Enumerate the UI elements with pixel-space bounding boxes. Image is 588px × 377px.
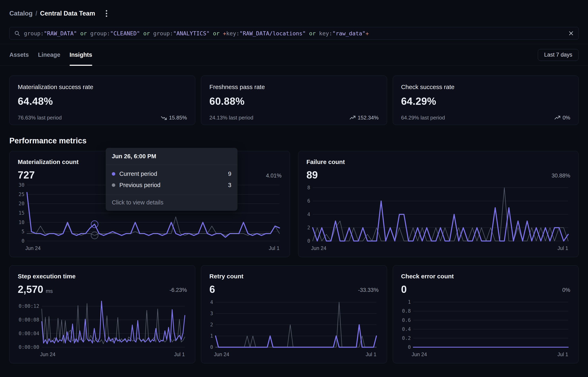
svg-text:25: 25 bbox=[19, 192, 24, 197]
charts-row-1: Materialization count 727 4.01% 05101520… bbox=[9, 151, 579, 257]
svg-text:Jun 24: Jun 24 bbox=[25, 245, 41, 251]
tooltip-series-value: 9 bbox=[228, 171, 231, 177]
kpi-delta-value: 15.85% bbox=[169, 115, 187, 121]
svg-text:0:00:04: 0:00:04 bbox=[19, 331, 39, 336]
tooltip-row-previous-period: Previous period 3 bbox=[112, 179, 231, 191]
kpi-last-period: 24.13% last period bbox=[209, 115, 253, 121]
svg-text:15: 15 bbox=[19, 210, 24, 216]
kpi-delta-value: 152.34% bbox=[358, 115, 379, 121]
previous-period-dot-icon bbox=[112, 183, 115, 187]
svg-text:1: 1 bbox=[408, 299, 411, 305]
svg-text:Jul 1: Jul 1 bbox=[174, 352, 185, 357]
tab-assets[interactable]: Assets bbox=[9, 44, 29, 66]
tooltip-hint: Click to view details bbox=[106, 194, 237, 211]
kpi-card-check-success-rate: Check success rate 64.29% 64.29% last pe… bbox=[393, 76, 579, 125]
svg-text:0: 0 bbox=[408, 344, 411, 350]
svg-text:2: 2 bbox=[210, 322, 213, 328]
breadcrumb-parent-link[interactable]: Catalog bbox=[9, 10, 33, 17]
time-range-button[interactable]: Last 7 days bbox=[538, 49, 579, 61]
search-query-text: group:"RAW_DATA" or group:"CLEANED" or g… bbox=[24, 30, 565, 36]
svg-text:10: 10 bbox=[19, 220, 24, 225]
failure-count-chart[interactable]: 02468Jun 24Jul 1 bbox=[306, 183, 570, 252]
chart-unit: ms bbox=[46, 288, 53, 294]
svg-text:0.6: 0.6 bbox=[402, 317, 411, 323]
current-period-dot-icon bbox=[112, 172, 115, 176]
svg-text:4: 4 bbox=[210, 299, 213, 305]
chart-delta: -33.33% bbox=[358, 287, 379, 295]
chart-big-value: 89 bbox=[306, 169, 318, 181]
chart-title: Failure count bbox=[306, 158, 570, 165]
svg-text:0:00:08: 0:00:08 bbox=[19, 317, 39, 323]
clear-search-icon[interactable] bbox=[568, 30, 574, 36]
chart-delta: 0% bbox=[562, 287, 570, 295]
trend-up-icon bbox=[554, 115, 560, 121]
svg-text:Jun 24: Jun 24 bbox=[411, 352, 427, 357]
svg-text:1: 1 bbox=[210, 333, 213, 339]
kpi-value: 60.88% bbox=[209, 95, 378, 107]
tab-bar: Assets Lineage Insights Last 7 days bbox=[0, 44, 588, 66]
svg-text:0:00:00: 0:00:00 bbox=[19, 344, 39, 350]
kpi-delta-value: 0% bbox=[563, 115, 570, 121]
chart-big-value: 2,570 bbox=[18, 283, 43, 295]
svg-text:Jun 24: Jun 24 bbox=[40, 352, 55, 357]
kpi-last-period: 76.63% last period bbox=[18, 115, 62, 121]
kebab-menu-button[interactable] bbox=[102, 9, 111, 18]
kpi-card-materialization-success-rate: Materialization success rate 64.48% 76.6… bbox=[9, 76, 195, 125]
page-title: Central Data Team bbox=[40, 10, 95, 17]
svg-text:4: 4 bbox=[307, 212, 310, 217]
kpi-title: Freshness pass rate bbox=[209, 83, 378, 91]
svg-text:20: 20 bbox=[19, 201, 24, 206]
svg-text:8: 8 bbox=[307, 185, 310, 190]
svg-text:Jun 24: Jun 24 bbox=[214, 352, 229, 357]
section-title-performance-metrics: Performance metrics bbox=[9, 136, 579, 145]
retry-count-chart[interactable]: 01234Jun 24Jul 1 bbox=[209, 297, 378, 358]
svg-text:0.2: 0.2 bbox=[402, 335, 411, 341]
breadcrumb: Catalog / Central Data Team bbox=[0, 0, 588, 18]
svg-text:6: 6 bbox=[307, 198, 310, 204]
chart-hover-tooltip: Jun 26, 6:00 PM Current period 9 Previou… bbox=[106, 148, 237, 211]
chart-card-retry-count: Retry count 6 -33.33% 01234Jun 24Jul 1 bbox=[201, 265, 387, 363]
tooltip-series-value: 3 bbox=[228, 182, 231, 188]
tab-insights[interactable]: Insights bbox=[70, 44, 92, 66]
chart-delta: 4.01% bbox=[266, 173, 282, 181]
kebab-menu-icon bbox=[105, 9, 108, 18]
svg-text:0: 0 bbox=[307, 238, 310, 244]
chart-title: Retry count bbox=[209, 273, 378, 280]
chart-delta: -6.23% bbox=[169, 287, 187, 295]
svg-text:5: 5 bbox=[22, 229, 24, 235]
svg-text:Jul 1: Jul 1 bbox=[557, 245, 568, 251]
svg-text:Jul 1: Jul 1 bbox=[557, 352, 568, 357]
chart-big-value: 727 bbox=[18, 169, 35, 181]
chart-delta: 30.88% bbox=[552, 173, 570, 181]
kpi-value: 64.29% bbox=[401, 95, 570, 107]
kpi-last-period: 64.29% last period bbox=[401, 115, 445, 121]
charts-row-2: Step execution time 2,570 ms -6.23% 0:00… bbox=[9, 265, 579, 363]
active-tab-indicator bbox=[70, 65, 92, 66]
tooltip-series-label: Current period bbox=[119, 171, 224, 177]
tooltip-row-current-period: Current period 9 bbox=[112, 168, 231, 179]
trend-down-icon bbox=[161, 115, 167, 121]
step-execution-time-chart[interactable]: 0:00:000:00:040:00:080:00:12Jun 24Jul 1 bbox=[18, 297, 187, 358]
svg-text:Jul 1: Jul 1 bbox=[366, 352, 377, 357]
svg-text:3: 3 bbox=[210, 311, 213, 316]
check-error-count-chart[interactable]: 00.20.40.60.81Jun 24Jul 1 bbox=[401, 297, 570, 358]
tab-lineage[interactable]: Lineage bbox=[38, 44, 60, 66]
svg-text:0: 0 bbox=[210, 344, 213, 350]
search-row: group:"RAW_DATA" or group:"CLEANED" or g… bbox=[0, 18, 588, 44]
svg-text:Jun 24: Jun 24 bbox=[311, 245, 326, 251]
search-input[interactable]: group:"RAW_DATA" or group:"CLEANED" or g… bbox=[9, 27, 579, 40]
breadcrumb-separator: / bbox=[35, 10, 37, 17]
svg-text:0.4: 0.4 bbox=[402, 326, 411, 332]
svg-text:30: 30 bbox=[19, 183, 24, 188]
svg-text:0.8: 0.8 bbox=[402, 308, 411, 314]
search-icon bbox=[14, 30, 20, 36]
kpi-title: Check success rate bbox=[401, 83, 570, 91]
chart-card-step-execution-time: Step execution time 2,570 ms -6.23% 0:00… bbox=[9, 265, 195, 363]
svg-text:0:00:12: 0:00:12 bbox=[19, 303, 39, 309]
chart-title: Step execution time bbox=[18, 273, 187, 280]
tooltip-timestamp: Jun 26, 6:00 PM bbox=[106, 148, 237, 165]
chart-big-value: 0 bbox=[401, 283, 407, 295]
kpi-value: 64.48% bbox=[18, 95, 187, 107]
chart-big-value: 6 bbox=[209, 283, 215, 295]
tooltip-series-label: Previous period bbox=[119, 182, 224, 188]
